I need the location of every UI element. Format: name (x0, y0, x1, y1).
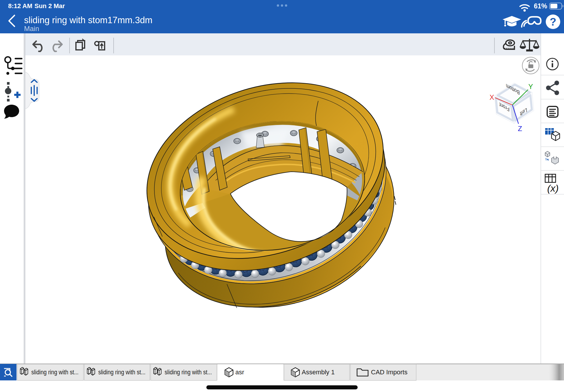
svg-text:Sun 2 Mar: Sun 2 Mar (34, 2, 65, 10)
svg-text:61%: 61% (534, 2, 547, 10)
svg-text:Z: Z (518, 125, 522, 133)
svg-text:sliding ring with st...: sliding ring with st... (98, 369, 145, 376)
svg-text:(x): (x) (547, 183, 559, 194)
svg-text:Assembly 1: Assembly 1 (302, 369, 335, 376)
svg-text:asr: asr (235, 369, 244, 376)
svg-text:Y: Y (528, 83, 533, 90)
svg-text:CAD Imports: CAD Imports (371, 369, 407, 376)
svg-text:X: X (490, 93, 494, 101)
svg-text:?: ? (550, 16, 556, 28)
svg-text:Main: Main (24, 25, 39, 32)
svg-text:sliding ring with st...: sliding ring with st... (31, 369, 79, 376)
svg-text:sliding ring with stom17mm.3dm: sliding ring with stom17mm.3dm (24, 15, 152, 25)
svg-text:8:12 AM: 8:12 AM (8, 2, 32, 10)
svg-text:sliding ring with st...: sliding ring with st... (165, 369, 212, 376)
